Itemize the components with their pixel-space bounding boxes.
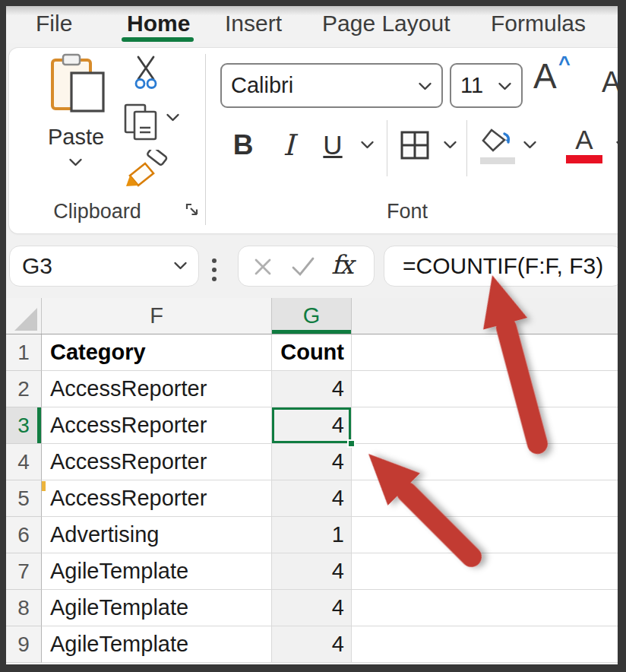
cell-empty[interactable] bbox=[352, 334, 618, 371]
chevron-down-icon[interactable] bbox=[360, 141, 375, 150]
chevron-down-icon[interactable] bbox=[523, 141, 537, 150]
cell-F5[interactable]: AccessReporter bbox=[42, 480, 272, 517]
row-header-2[interactable]: 2 bbox=[6, 371, 42, 407]
cell-empty[interactable] bbox=[352, 371, 618, 407]
font-color-swatch bbox=[566, 155, 602, 163]
active-tab-underline bbox=[122, 37, 194, 42]
row-header-8[interactable]: 8 bbox=[6, 590, 42, 626]
row-header-9[interactable]: 9 bbox=[6, 626, 42, 663]
chevron-down-icon[interactable] bbox=[173, 262, 188, 271]
cell-F3[interactable]: AccessReporter bbox=[42, 407, 272, 444]
button-divider bbox=[387, 120, 387, 176]
chevron-down-icon[interactable] bbox=[418, 82, 432, 91]
format-painter-icon bbox=[122, 150, 169, 189]
chevron-down-icon[interactable] bbox=[166, 113, 180, 122]
table-row: 7AgileTemplate4 bbox=[6, 553, 618, 590]
selected-cell-G3[interactable]: 4 bbox=[272, 407, 352, 444]
excel-window: File Home Insert Page Layout Formulas Pa… bbox=[0, 0, 626, 672]
table-row: 9AgileTemplate4 bbox=[6, 626, 618, 663]
cell-empty[interactable] bbox=[352, 444, 618, 480]
table-row: 8AgileTemplate4 bbox=[6, 590, 618, 626]
italic-button[interactable]: I bbox=[272, 124, 305, 166]
cell-G9[interactable]: 4 bbox=[272, 626, 352, 663]
row-header-5[interactable]: 5 bbox=[6, 480, 42, 517]
cell-empty[interactable] bbox=[352, 553, 618, 590]
cell-empty[interactable] bbox=[352, 517, 618, 553]
increase-font-size-button[interactable]: A^ bbox=[533, 55, 557, 97]
table-row: 5AccessReporter4 bbox=[6, 480, 618, 517]
table-row: 2AccessReporter4 bbox=[6, 371, 618, 407]
copy-button[interactable] bbox=[119, 101, 164, 144]
font-color-button[interactable]: A bbox=[563, 122, 605, 166]
cell-G8[interactable]: 4 bbox=[272, 590, 352, 626]
cell-F2[interactable]: AccessReporter bbox=[42, 371, 272, 407]
fill-color-button[interactable] bbox=[478, 124, 517, 166]
cell-empty[interactable] bbox=[352, 590, 618, 626]
decrease-font-size-button[interactable]: A bbox=[602, 66, 621, 99]
cell-empty[interactable] bbox=[352, 407, 618, 444]
cell-G5[interactable]: 4 bbox=[272, 480, 352, 517]
formula-input[interactable]: =COUNTIF(F:F, F3) bbox=[384, 246, 623, 287]
borders-button[interactable] bbox=[398, 125, 432, 165]
formula-bar-buttons: fx bbox=[238, 246, 375, 287]
cell-F1[interactable]: Category bbox=[42, 334, 272, 371]
cell-G7[interactable]: 4 bbox=[272, 553, 352, 590]
cell-G4[interactable]: 4 bbox=[272, 444, 352, 480]
cell-empty[interactable] bbox=[352, 626, 618, 663]
cell-G1[interactable]: Count bbox=[272, 334, 352, 371]
cell-F6[interactable]: Advertising bbox=[42, 517, 272, 553]
tab-formulas[interactable]: Formulas bbox=[491, 6, 586, 41]
clipboard-dialog-launcher[interactable] bbox=[185, 202, 200, 217]
ribbon-tab-strip: File Home Insert Page Layout Formulas bbox=[6, 6, 618, 43]
underline-button[interactable]: U bbox=[316, 124, 349, 166]
column-header-F[interactable]: F bbox=[42, 298, 272, 334]
shrink-font-icon: A bbox=[602, 66, 621, 98]
insert-function-fx-icon[interactable]: fx bbox=[331, 249, 353, 280]
tab-page-layout[interactable]: Page Layout bbox=[322, 6, 450, 41]
tab-insert[interactable]: Insert bbox=[225, 6, 282, 41]
column-header-empty[interactable] bbox=[352, 298, 618, 334]
fill-color-swatch bbox=[480, 157, 515, 164]
row-header-4[interactable]: 4 bbox=[6, 444, 42, 480]
cancel-x-icon[interactable] bbox=[252, 256, 273, 281]
tab-home[interactable]: Home bbox=[127, 6, 190, 41]
formula-bar-drag-dots[interactable] bbox=[212, 256, 217, 284]
row-header-1[interactable]: 1 bbox=[6, 334, 42, 371]
name-box[interactable]: G3 bbox=[9, 246, 199, 287]
cell-F7[interactable]: AgileTemplate bbox=[42, 553, 272, 590]
bold-button[interactable]: B bbox=[226, 124, 260, 166]
formula-text: =COUNTIF(F:F, F3) bbox=[403, 253, 603, 279]
column-header-G[interactable]: G bbox=[272, 298, 352, 334]
font-size-select[interactable]: 11 bbox=[450, 63, 523, 108]
chevron-down-icon[interactable] bbox=[498, 82, 512, 91]
row-header-7[interactable]: 7 bbox=[6, 553, 42, 590]
cell-F9[interactable]: AgileTemplate bbox=[42, 626, 272, 663]
ribbon-panel: Paste bbox=[9, 48, 626, 233]
table-row: 1CategoryCount bbox=[6, 334, 618, 371]
chevron-down-icon[interactable] bbox=[615, 141, 626, 150]
copy-icon bbox=[124, 103, 159, 141]
cell-G6[interactable]: 1 bbox=[272, 517, 352, 553]
cell-empty[interactable] bbox=[352, 480, 618, 517]
fill-handle[interactable] bbox=[347, 439, 356, 448]
cell-F4[interactable]: AccessReporter bbox=[42, 444, 272, 480]
row-header-3[interactable]: 3 bbox=[6, 407, 42, 444]
grow-font-icon: A bbox=[533, 56, 557, 96]
confirm-check-icon[interactable] bbox=[290, 256, 316, 281]
cut-button[interactable] bbox=[123, 51, 169, 95]
grid-rows: 1CategoryCount2AccessReporter43AccessRep… bbox=[6, 334, 618, 663]
cell-F8[interactable]: AgileTemplate bbox=[42, 590, 272, 626]
cell-G2[interactable]: 4 bbox=[272, 371, 352, 407]
chevron-down-icon[interactable] bbox=[443, 141, 457, 150]
font-name-select[interactable]: Calibri bbox=[220, 63, 443, 108]
select-all-button[interactable] bbox=[6, 298, 42, 334]
row-header-6[interactable]: 6 bbox=[6, 517, 42, 553]
paste-clipboard-icon bbox=[49, 53, 106, 117]
button-divider bbox=[466, 120, 467, 176]
fill-color-icon bbox=[480, 127, 515, 156]
tab-file[interactable]: File bbox=[36, 6, 72, 41]
table-row: 6Advertising1 bbox=[6, 517, 618, 553]
chevron-down-icon[interactable] bbox=[68, 158, 83, 167]
format-painter-button[interactable] bbox=[117, 147, 175, 192]
paste-button[interactable]: Paste bbox=[30, 49, 122, 223]
